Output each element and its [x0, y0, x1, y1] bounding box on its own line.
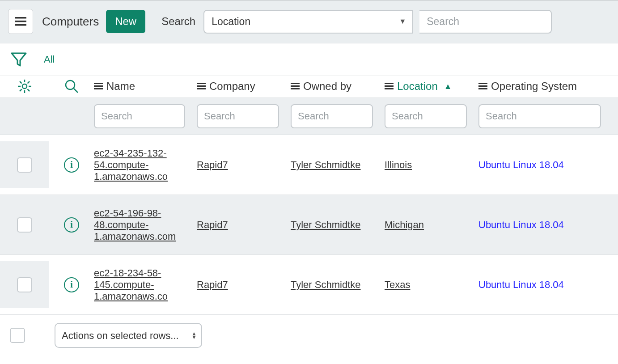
cell-company-link[interactable]: Rapid7	[197, 279, 228, 290]
info-icon[interactable]: i	[64, 217, 79, 233]
cell-owned-by-link[interactable]: Tyler Schmidtke	[291, 279, 361, 290]
svg-rect-24	[385, 85, 394, 87]
cell-os-link[interactable]: Ubuntu Linux 18.04	[478, 159, 564, 170]
svg-rect-19	[197, 88, 206, 89]
svg-point-12	[66, 80, 75, 89]
select-all-checkbox[interactable]	[10, 328, 25, 343]
row-checkbox[interactable]	[17, 157, 32, 173]
cell-location-link[interactable]: Michigan	[385, 219, 424, 230]
svg-rect-18	[197, 85, 206, 87]
search-field-select[interactable]: Location	[203, 10, 413, 34]
column-menu-icon	[94, 83, 103, 90]
sort-asc-icon: ▲	[444, 82, 452, 91]
info-icon[interactable]: i	[64, 157, 79, 173]
cell-owned-by-link[interactable]: Tyler Schmidtke	[291, 219, 361, 230]
svg-rect-2	[15, 24, 26, 26]
search-field-select-wrap: Location ▼	[203, 10, 413, 34]
svg-line-10	[20, 89, 22, 92]
hamburger-icon	[15, 17, 26, 26]
svg-line-13	[74, 89, 78, 93]
filter-bar: All	[0, 43, 618, 76]
table-row: i ec2-18-234-58-145.compute-1.amazonaws.…	[0, 255, 618, 315]
top-bar: Computers New Search Location ▼	[0, 0, 618, 43]
cell-location-link[interactable]: Texas	[385, 279, 410, 290]
column-search-location[interactable]	[385, 104, 467, 128]
column-search-os[interactable]	[478, 104, 601, 128]
svg-rect-16	[94, 88, 103, 89]
column-menu-icon	[478, 83, 487, 90]
column-search-name[interactable]	[94, 104, 185, 128]
cell-os-link[interactable]: Ubuntu Linux 18.04	[478, 279, 564, 290]
search-label: Search	[161, 15, 195, 28]
svg-rect-28	[478, 88, 487, 89]
table-row: i ec2-34-235-132-54.compute-1.amazonaws.…	[0, 135, 618, 195]
filter-all-link[interactable]: All	[44, 54, 55, 65]
search-icon[interactable]	[64, 79, 79, 94]
cell-name-link[interactable]: ec2-18-234-58-145.compute-1.amazonaws.co	[94, 267, 168, 302]
svg-point-3	[22, 84, 27, 89]
cell-company-link[interactable]: Rapid7	[197, 159, 228, 170]
column-header-name[interactable]: Name	[94, 80, 197, 93]
svg-line-11	[28, 81, 30, 84]
gear-icon[interactable]	[17, 79, 32, 94]
svg-rect-15	[94, 85, 103, 87]
info-icon[interactable]: i	[64, 277, 79, 292]
bulk-actions-select[interactable]: Actions on selected rows...	[55, 323, 202, 348]
filter-icon[interactable]	[10, 51, 28, 68]
row-checkbox[interactable]	[17, 217, 32, 233]
column-header-location[interactable]: Location ▲	[385, 80, 478, 93]
menu-button[interactable]	[8, 9, 33, 34]
cell-os-link[interactable]: Ubuntu Linux 18.04	[478, 219, 564, 230]
page-title: Computers	[42, 15, 99, 29]
column-menu-icon	[291, 83, 300, 90]
column-header-owned-by[interactable]: Owned by	[291, 80, 385, 93]
svg-rect-26	[478, 83, 487, 84]
svg-rect-23	[385, 83, 394, 84]
column-search-row	[0, 98, 618, 135]
svg-rect-21	[291, 85, 300, 87]
column-header-company[interactable]: Company	[197, 80, 291, 93]
svg-rect-25	[385, 88, 394, 89]
svg-rect-27	[478, 85, 487, 87]
cell-owned-by-link[interactable]: Tyler Schmidtke	[291, 159, 361, 170]
svg-rect-14	[94, 83, 103, 84]
svg-rect-1	[15, 21, 26, 22]
table-header: Name Company Owned by Location ▲ Operati…	[0, 76, 618, 98]
column-search-company[interactable]	[197, 104, 279, 128]
column-menu-icon	[385, 83, 394, 90]
cell-name-link[interactable]: ec2-34-235-132-54.compute-1.amazonaws.co	[94, 148, 168, 182]
row-checkbox[interactable]	[17, 277, 32, 292]
svg-rect-22	[291, 88, 300, 89]
bulk-actions-bar: Actions on selected rows... ▲▼	[0, 315, 618, 361]
cell-name-link[interactable]: ec2-54-196-98-48.compute-1.amazonaws.com	[94, 207, 176, 242]
svg-rect-20	[291, 83, 300, 84]
svg-line-9	[28, 89, 30, 92]
svg-line-8	[20, 81, 22, 84]
search-input[interactable]	[419, 10, 552, 34]
column-search-owned-by[interactable]	[291, 104, 373, 128]
column-menu-icon	[197, 83, 206, 90]
table-row: i ec2-54-196-98-48.compute-1.amazonaws.c…	[0, 195, 618, 255]
column-header-os[interactable]: Operating System	[478, 80, 613, 93]
new-button[interactable]: New	[106, 10, 145, 33]
svg-rect-0	[15, 17, 26, 19]
cell-company-link[interactable]: Rapid7	[197, 219, 228, 230]
svg-rect-17	[197, 83, 206, 84]
cell-location-link[interactable]: Illinois	[385, 159, 412, 170]
